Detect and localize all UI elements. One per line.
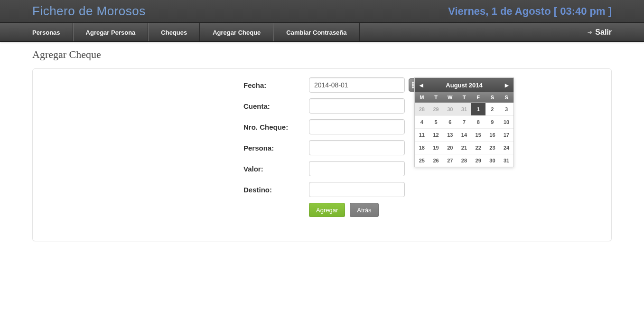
nav-agregar-cheque[interactable]: Agregar Cheque <box>200 23 273 41</box>
calendar-dow-cell: T <box>457 92 471 103</box>
calendar-day[interactable]: 21 <box>457 141 471 154</box>
calendar-dow: MTWTFSS <box>415 92 513 103</box>
calendar-dow-cell: T <box>429 92 443 103</box>
calendar-day[interactable]: 13 <box>443 128 457 141</box>
calendar-day[interactable]: 10 <box>499 115 513 128</box>
calendar-day[interactable]: 30 <box>443 103 457 115</box>
calendar-day[interactable]: 22 <box>471 141 485 154</box>
calendar-day[interactable]: 18 <box>415 141 429 154</box>
calendar-day[interactable]: 27 <box>443 154 457 167</box>
row-destino: Destino: <box>243 182 602 197</box>
calendar-day[interactable]: 26 <box>429 154 443 167</box>
calendar-day[interactable]: 14 <box>457 128 471 141</box>
nav-left: Personas Agregar Persona Cheques Agregar… <box>32 23 360 41</box>
calendar-day[interactable]: 4 <box>415 115 429 128</box>
calendar-day[interactable]: 28 <box>415 103 429 115</box>
persona-input[interactable] <box>309 140 405 155</box>
calendar-day[interactable]: 20 <box>443 141 457 154</box>
calendar-dow-cell: W <box>443 92 457 103</box>
destino-input[interactable] <box>309 182 405 197</box>
calendar-day[interactable]: 23 <box>485 141 500 154</box>
calendar-day[interactable]: 6 <box>443 115 457 128</box>
persona-label: Persona: <box>243 144 309 152</box>
nro-cheque-input[interactable] <box>309 119 405 134</box>
calendar-day[interactable]: 29 <box>471 154 485 167</box>
cuenta-label: Cuenta: <box>243 102 309 110</box>
calendar-day[interactable]: 25 <box>415 154 429 167</box>
page-title: Agregar Cheque <box>32 48 612 61</box>
calendar-day[interactable]: 16 <box>485 128 500 141</box>
panel: Fecha: Cuenta: Nro. Cheque: Persona: <box>32 68 612 241</box>
calendar-day[interactable]: 9 <box>485 115 500 128</box>
fecha-input[interactable] <box>309 77 405 93</box>
nav-cheques[interactable]: Cheques <box>148 23 200 41</box>
calendar-day[interactable]: 7 <box>457 115 471 128</box>
calendar-day[interactable]: 17 <box>499 128 513 141</box>
cuenta-input[interactable] <box>309 98 405 114</box>
calendar-dow-cell: S <box>485 92 500 103</box>
calendar-day[interactable]: 31 <box>499 154 513 167</box>
app-date: Viernes, 1 de Agosto [ 03:40 pm ] <box>448 5 612 18</box>
calendar-prev-icon[interactable]: ◀ <box>420 83 423 88</box>
calendar-day[interactable]: 15 <box>471 128 485 141</box>
calendar-day[interactable]: 24 <box>499 141 513 154</box>
valor-label: Valor: <box>243 165 309 173</box>
calendar-day[interactable]: 2 <box>485 103 500 115</box>
calendar-dow-cell: F <box>471 92 485 103</box>
calendar-day[interactable]: 19 <box>429 141 443 154</box>
calendar-title: August 2014 <box>446 82 482 89</box>
atras-button[interactable]: Atrás <box>350 203 378 217</box>
calendar-day[interactable]: 8 <box>471 115 485 128</box>
calendar-day[interactable]: 5 <box>429 115 443 128</box>
calendar: ◀ August 2014 ▶ MTWTFSS 2829303112345678… <box>414 77 514 167</box>
navbar: Personas Agregar Persona Cheques Agregar… <box>0 23 644 42</box>
calendar-dow-cell: S <box>499 92 513 103</box>
calendar-dow-cell: M <box>415 92 429 103</box>
page: Agregar Cheque Fecha: Cuenta: Nro. Chequ… <box>0 42 644 248</box>
calendar-day[interactable]: 1 <box>471 103 485 115</box>
calendar-day[interactable]: 30 <box>485 154 500 167</box>
calendar-day[interactable]: 12 <box>429 128 443 141</box>
calendar-day[interactable]: 11 <box>415 128 429 141</box>
app-title: Fichero de Morosos <box>32 4 146 19</box>
calendar-day[interactable]: 31 <box>457 103 471 115</box>
agregar-button[interactable]: Agregar <box>309 203 345 217</box>
destino-label: Destino: <box>243 186 309 194</box>
calendar-day[interactable]: 3 <box>499 103 513 115</box>
nav-salir[interactable]: ➔ Salir <box>588 28 612 37</box>
valor-input[interactable] <box>309 161 405 176</box>
fecha-label: Fecha: <box>243 81 309 89</box>
calendar-day[interactable]: 29 <box>429 103 443 115</box>
calendar-body: 2829303112345678910111213141516171819202… <box>415 103 513 167</box>
calendar-header: ◀ August 2014 ▶ <box>415 78 513 92</box>
nav-personas[interactable]: Personas <box>32 23 73 41</box>
topbar: Fichero de Morosos Viernes, 1 de Agosto … <box>0 0 644 23</box>
nro-cheque-label: Nro. Cheque: <box>243 123 309 131</box>
button-row: Agregar Atrás <box>309 203 602 217</box>
calendar-day[interactable]: 28 <box>457 154 471 167</box>
exit-arrow-icon: ➔ <box>588 29 592 36</box>
nav-agregar-persona[interactable]: Agregar Persona <box>73 23 149 41</box>
nav-cambiar-contrasena[interactable]: Cambiar Contraseña <box>273 23 359 41</box>
nav-salir-label: Salir <box>595 28 612 37</box>
calendar-next-icon[interactable]: ▶ <box>505 83 509 88</box>
